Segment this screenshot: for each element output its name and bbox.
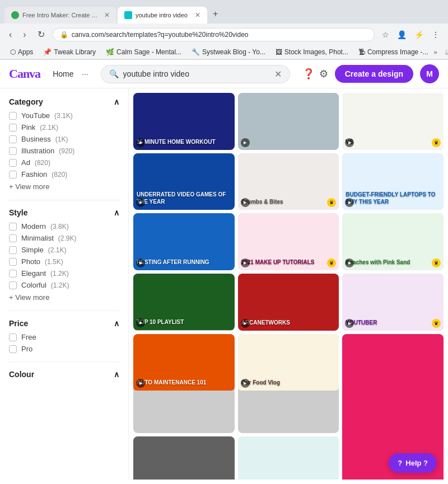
- filter-youtube[interactable]: YouTube (3.1K): [9, 110, 119, 121]
- nav-more-button[interactable]: ···: [82, 69, 88, 78]
- filter-fashion[interactable]: Fashion (820): [9, 168, 119, 180]
- filter-modern[interactable]: Modern (3.8K): [9, 220, 119, 232]
- user-avatar[interactable]: M: [420, 64, 439, 83]
- template-card-8[interactable]: Beaches with Pink Sand▶♛: [342, 213, 444, 270]
- template-card-1[interactable]: ▶: [238, 93, 339, 150]
- bookmark-star-button[interactable]: ☆: [379, 28, 392, 41]
- modern-checkbox[interactable]: [9, 223, 17, 231]
- filter-business[interactable]: Business (1K): [9, 133, 119, 145]
- template-card-11[interactable]: YOUTUBER▶♛: [342, 274, 444, 331]
- photo-checkbox[interactable]: [9, 258, 17, 266]
- illustration-checkbox[interactable]: [9, 147, 17, 155]
- filter-free[interactable]: Free: [9, 331, 119, 343]
- minimalist-checkbox[interactable]: [9, 234, 17, 242]
- bookmarks-more[interactable]: »: [434, 49, 437, 55]
- address-text: canva.com/search/templates?q=youtube%20i…: [72, 31, 367, 39]
- template-thumb-9: TOP 10 PLAYLIST▶: [133, 274, 235, 331]
- bookmark-systweak[interactable]: 🔧 Systweak Blog - Yo...: [187, 47, 270, 57]
- style-view-more[interactable]: + View more: [9, 291, 119, 304]
- filter-illustration[interactable]: Illustration (920): [9, 145, 119, 157]
- ad-checkbox[interactable]: [9, 159, 17, 167]
- filter-colorful[interactable]: Colorful (1.2K): [9, 279, 119, 291]
- elegant-checkbox[interactable]: [9, 270, 17, 278]
- tab1-close[interactable]: ✕: [104, 11, 110, 19]
- card-play-icon-12: ▶: [136, 379, 145, 388]
- extensions-button[interactable]: ⚡: [412, 28, 427, 41]
- address-bar[interactable]: 🔒 canva.com/search/templates?q=youtube%2…: [53, 28, 375, 41]
- bookmark-tweak[interactable]: 📌 Tweak Library: [39, 47, 100, 57]
- youtube-checkbox[interactable]: [9, 112, 17, 120]
- canva-logo[interactable]: Canva: [9, 67, 40, 81]
- template-card-6[interactable]: RESTING AFTER RUNNING▶: [133, 213, 235, 270]
- price-section: Price ∧ Free Pro: [9, 316, 119, 355]
- filter-ad[interactable]: Ad (820): [9, 157, 119, 168]
- profile-button[interactable]: 👤: [394, 28, 409, 41]
- template-thumb-15: ROWS & GROWLS▶: [133, 436, 235, 480]
- template-card-0[interactable]: 15 MINUTE HOME WORKOUT▶: [133, 93, 235, 150]
- card-play-icon-2: ▶: [345, 138, 354, 147]
- tab2-close[interactable]: ✕: [195, 11, 200, 19]
- style-section: Style ∧ Modern (3.8K) Minimalist (2.9K) …: [9, 205, 119, 304]
- filter-elegant[interactable]: Elegant (1.2K): [9, 267, 119, 279]
- card-crown-icon-8: ♛: [432, 259, 441, 267]
- card-play-icon-1: ▶: [241, 138, 250, 147]
- help-icon-button[interactable]: ❓: [302, 68, 315, 80]
- pro-checkbox[interactable]: [9, 345, 17, 353]
- template-thumb-13: Our Food Vlog▶: [238, 334, 339, 391]
- template-card-12[interactable]: AUTO MAINTENANCE 101▶: [133, 334, 235, 434]
- colorful-checkbox[interactable]: [9, 281, 17, 289]
- tab-1[interactable]: Free Intro Maker: Create YouTub... ✕: [4, 7, 116, 24]
- nav-home[interactable]: Home: [47, 66, 79, 82]
- template-card-4[interactable]: Crumbs & Bites▶♛: [238, 153, 339, 210]
- filter-simple[interactable]: Simple (2.1K): [9, 244, 119, 256]
- settings-icon-button[interactable]: ⚙: [319, 68, 328, 80]
- colour-section-title[interactable]: Colour ∧: [9, 366, 119, 382]
- tab-2[interactable]: youtube intro video ✕: [118, 7, 207, 24]
- style-section-title[interactable]: Style ∧: [9, 205, 119, 220]
- card-text-5: BUDGET-FRIENDLY LAPTOPS TO BUY THIS YEAR: [346, 191, 440, 205]
- filter-pink[interactable]: Pink (2.1K): [9, 121, 119, 133]
- card-play-icon-8: ▶: [345, 259, 354, 267]
- simple-checkbox[interactable]: [9, 246, 17, 254]
- filter-photo[interactable]: Photo (1.5K): [9, 256, 119, 267]
- pink-checkbox[interactable]: [9, 124, 17, 131]
- bookmark-apps[interactable]: ⬡ Apps: [6, 47, 38, 57]
- free-checkbox[interactable]: [9, 333, 17, 341]
- template-card-16[interactable]: WHAT TO FEED YOUR CAT▶: [238, 436, 339, 480]
- refresh-button[interactable]: ↻: [34, 27, 48, 42]
- template-card-2[interactable]: VS▶♛: [342, 93, 444, 150]
- category-view-more[interactable]: + View more: [9, 180, 119, 193]
- search-bar[interactable]: 🔍 ✕: [101, 65, 290, 83]
- template-card-13[interactable]: Our Food Vlog▶: [238, 334, 339, 434]
- fashion-checkbox[interactable]: [9, 171, 17, 178]
- template-card-10[interactable]: ARCANETWORKS▶: [238, 274, 339, 331]
- back-button[interactable]: ‹: [6, 27, 15, 42]
- template-card-3[interactable]: UNDERRATED VIDEO GAMES OF THE YEAR▶: [133, 153, 235, 210]
- more-options-button[interactable]: ⋮: [429, 28, 442, 41]
- template-card-5[interactable]: BUDGET-FRIENDLY LAPTOPS TO BUY THIS YEAR…: [342, 153, 444, 210]
- forward-button[interactable]: ›: [20, 27, 29, 42]
- business-checkbox[interactable]: [9, 135, 17, 143]
- search-clear-button[interactable]: ✕: [274, 69, 282, 79]
- bookmark-apps-label: Apps: [18, 48, 33, 56]
- bookmark-calm[interactable]: 🌿 Calm Sage - Mental...: [101, 47, 186, 57]
- price-section-title[interactable]: Price ∧: [9, 316, 119, 331]
- create-design-button[interactable]: Create a design: [335, 65, 413, 83]
- category-section-title[interactable]: Category ∧: [9, 94, 119, 110]
- bookmark-stock[interactable]: 🖼 Stock Images, Phot...: [271, 47, 353, 57]
- new-tab-button[interactable]: +: [208, 4, 222, 24]
- reading-list[interactable]: 📖 Reading list: [441, 47, 448, 57]
- template-card-9[interactable]: TOP 10 PLAYLIST▶: [133, 274, 235, 331]
- template-card-7[interactable]: 2021 MAKE UP TUTORIALS▶♛: [238, 213, 339, 270]
- help-fab-button[interactable]: ? Help ?: [389, 453, 437, 473]
- card-play-icon-5: ▶: [345, 198, 354, 207]
- filter-minimalist[interactable]: Minimalist (2.9K): [9, 232, 119, 244]
- nav-icons: ☆ 👤 ⚡ ⋮: [379, 28, 442, 41]
- search-input[interactable]: [123, 69, 270, 78]
- template-thumb-3: UNDERRATED VIDEO GAMES OF THE YEAR▶: [133, 153, 235, 210]
- template-card-15[interactable]: ROWS & GROWLS▶: [133, 436, 235, 480]
- card-text-13: Our Food Vlog: [241, 379, 336, 386]
- bookmark-compress[interactable]: 🗜 Compress Image -...: [354, 47, 433, 57]
- lock-icon: 🔒: [60, 31, 68, 39]
- filter-pro[interactable]: Pro: [9, 343, 119, 355]
